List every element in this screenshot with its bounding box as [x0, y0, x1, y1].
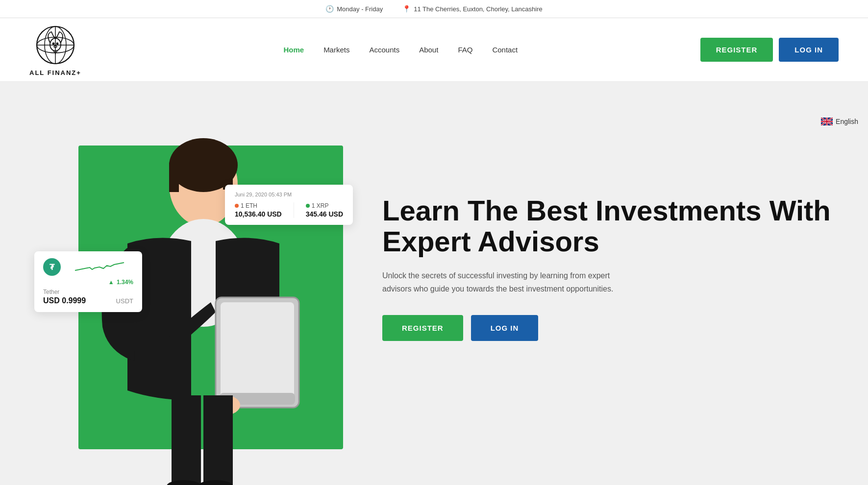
- xrp-label: 1 XRP: [306, 202, 343, 209]
- address-text: 11 The Cherries, Euxton, Chorley, Lancas…: [414, 5, 543, 13]
- tether-ticker: USDT: [116, 297, 133, 305]
- location-icon: 📍: [402, 5, 411, 13]
- nav-markets[interactable]: Markets: [323, 46, 349, 54]
- crypto-card-coins: 1 ETH 10,536.40 USD 1 XRP 345.46 USD: [235, 202, 343, 218]
- tether-bottom: USD 0.9999 USDT: [43, 296, 133, 305]
- header-buttons: REGISTER LOG IN: [700, 38, 839, 62]
- hero-buttons: REGISTER LOG IN: [382, 315, 839, 341]
- nav-home[interactable]: Home: [283, 46, 304, 54]
- main-nav: Home Markets Accounts About FAQ Contact: [81, 46, 700, 54]
- eth-dot: [235, 204, 239, 208]
- svg-rect-32: [821, 121, 833, 122]
- coin-divider: [294, 202, 294, 218]
- tether-name-label: Tether: [43, 289, 133, 295]
- crypto-price-card: Juni 29, 2020 05:43 PM 1 ETH 10,536.40 U…: [225, 185, 353, 225]
- hero-register-button[interactable]: REGISTER: [382, 315, 463, 341]
- hero-title: Learn The Best Investments With Expert A…: [382, 195, 839, 258]
- svg-rect-21: [203, 395, 233, 485]
- tether-card: ₮ ▲ 1.34% Tether USD 0.9999 USDT: [34, 251, 142, 312]
- hero-content: Learn The Best Investments With Expert A…: [343, 195, 839, 341]
- nav-contact[interactable]: Contact: [492, 46, 518, 54]
- address-item: 📍 11 The Cherries, Euxton, Chorley, Lanc…: [402, 5, 543, 13]
- header: ALL FINANZ+ Home Markets Accounts About …: [0, 18, 868, 82]
- crypto-card-date: Juni 29, 2020 05:43 PM: [235, 192, 343, 197]
- logo-text: ALL FINANZ+: [29, 69, 81, 76]
- xrp-value: 345.46 USD: [306, 210, 343, 218]
- logo[interactable]: ALL FINANZ+: [29, 23, 81, 76]
- xrp-dot: [306, 204, 310, 208]
- hero-image-area: Juni 29, 2020 05:43 PM 1 ETH 10,536.40 U…: [29, 116, 343, 420]
- nav-faq[interactable]: FAQ: [458, 46, 472, 54]
- svg-point-6: [52, 43, 54, 45]
- logo-svg: [33, 23, 77, 67]
- tether-arrow-icon: ▲: [108, 279, 114, 286]
- svg-rect-20: [172, 395, 201, 485]
- xrp-coin-item: 1 XRP 345.46 USD: [306, 202, 343, 218]
- nav-accounts[interactable]: Accounts: [369, 46, 399, 54]
- language-label: English: [836, 118, 858, 125]
- hero-section: Juni 29, 2020 05:43 PM 1 ETH 10,536.40 U…: [0, 82, 868, 454]
- language-selector[interactable]: English: [821, 118, 858, 125]
- tether-icon: ₮: [43, 258, 61, 276]
- tether-change: ▲ 1.34%: [43, 279, 133, 286]
- schedule-text: Monday - Friday: [337, 5, 383, 13]
- eth-label: 1 ETH: [235, 202, 282, 209]
- hero-login-button[interactable]: LOG IN: [471, 315, 539, 341]
- svg-point-7: [56, 43, 58, 45]
- tether-header: ₮: [43, 258, 133, 276]
- uk-flag-icon: [821, 118, 833, 125]
- nav-about[interactable]: About: [419, 46, 438, 54]
- tether-price: USD 0.9999: [43, 296, 86, 305]
- tether-chart: [66, 260, 133, 274]
- hero-subtitle: Unlock the secrets of successful investi…: [382, 269, 637, 295]
- top-bar: 🕐 Monday - Friday 📍 11 The Cherries, Eux…: [0, 0, 868, 18]
- header-login-button[interactable]: LOG IN: [779, 38, 839, 62]
- svg-rect-12: [169, 163, 179, 192]
- header-register-button[interactable]: REGISTER: [700, 38, 773, 62]
- clock-icon: 🕐: [325, 5, 334, 13]
- svg-rect-17: [221, 302, 294, 398]
- eth-coin-item: 1 ETH 10,536.40 USD: [235, 202, 282, 218]
- schedule-item: 🕐 Monday - Friday: [325, 5, 383, 13]
- eth-value: 10,536.40 USD: [235, 210, 282, 218]
